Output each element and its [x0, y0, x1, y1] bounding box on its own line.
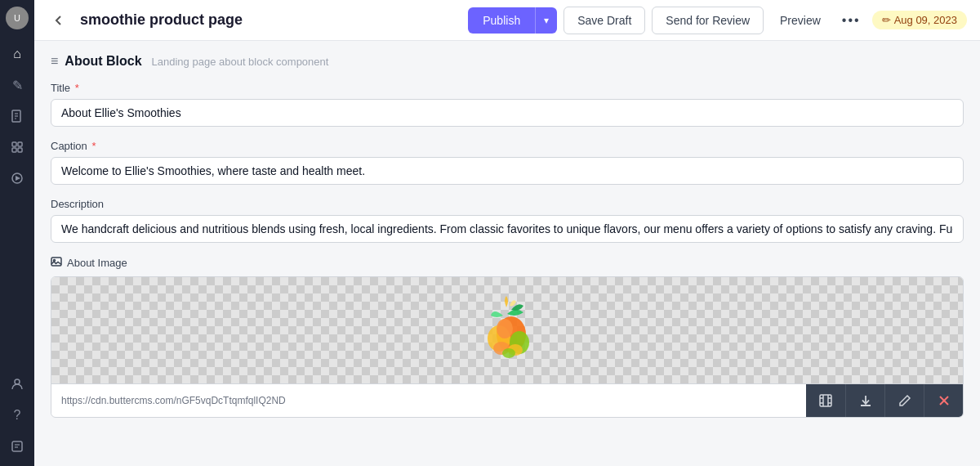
image-remove-button[interactable] [924, 384, 963, 417]
block-icon: ≡ [51, 54, 58, 69]
sidebar-icon-blog[interactable]: ✎ [4, 72, 30, 98]
svg-point-10 [15, 379, 20, 384]
title-label: Title * [51, 82, 964, 94]
publish-button[interactable]: Publish [468, 7, 535, 34]
publish-group: Publish ▾ [468, 7, 557, 34]
caption-required: * [89, 140, 96, 152]
svg-rect-4 [12, 142, 16, 146]
content-area: ≡ About Block Landing page about block c… [34, 41, 980, 466]
image-container [51, 276, 964, 418]
image-section-label: About Image [51, 256, 964, 270]
description-input[interactable] [51, 215, 964, 243]
send-review-button[interactable]: Send for Review [652, 7, 764, 34]
svg-rect-6 [12, 148, 16, 152]
title-field-group: Title * [51, 82, 964, 127]
publish-dropdown-button[interactable]: ▾ [535, 7, 557, 34]
main-area: smoothie product page Publish ▾ Save Dra… [34, 0, 980, 466]
svg-marker-9 [16, 176, 20, 181]
image-view-button[interactable] [806, 384, 845, 417]
sidebar-icon-home[interactable]: ⌂ [4, 41, 30, 67]
edit-icon: ✏ [882, 14, 891, 26]
back-button[interactable] [47, 9, 70, 32]
save-draft-button[interactable]: Save Draft [564, 7, 645, 34]
svg-rect-14 [51, 258, 61, 266]
sidebar-icon-media[interactable] [4, 165, 30, 191]
svg-rect-11 [12, 441, 22, 451]
date-label: Aug 09, 2023 [894, 14, 957, 26]
preview-button[interactable]: Preview [770, 7, 831, 34]
caption-field-group: Caption * [51, 140, 964, 185]
sidebar-icon-profile[interactable] [4, 433, 30, 459]
more-options-button[interactable]: ••• [837, 7, 866, 34]
image-actions [806, 384, 963, 417]
header: smoothie product page Publish ▾ Save Dra… [34, 0, 980, 41]
date-badge: ✏ Aug 09, 2023 [872, 11, 967, 29]
image-url-bar [51, 383, 963, 417]
image-icon [51, 256, 62, 270]
sidebar-icon-pages[interactable] [4, 103, 30, 129]
block-subtitle: Landing page about block component [152, 56, 329, 68]
sidebar-icon-help[interactable]: ? [4, 402, 30, 428]
sidebar: U ⌂ ✎ ? [0, 0, 34, 466]
svg-rect-5 [18, 142, 22, 146]
caption-label: Caption * [51, 140, 964, 152]
image-download-button[interactable] [845, 384, 884, 417]
svg-point-22 [502, 348, 515, 358]
caption-input[interactable] [51, 157, 964, 185]
image-preview [51, 277, 963, 383]
image-edit-button[interactable] [884, 384, 924, 417]
svg-point-19 [497, 319, 513, 338]
page-title: smoothie product page [80, 11, 458, 29]
description-field-group: Description [51, 198, 964, 243]
svg-rect-7 [18, 148, 22, 152]
block-header: ≡ About Block Landing page about block c… [51, 54, 964, 69]
description-label: Description [51, 198, 964, 210]
sidebar-icon-users[interactable] [4, 371, 30, 397]
sidebar-icon-components[interactable] [4, 134, 30, 160]
title-required: * [72, 82, 79, 94]
svg-rect-23 [820, 395, 831, 406]
image-field-group: About Image [51, 256, 964, 418]
smoothie-illustration [470, 289, 544, 371]
title-input[interactable] [51, 99, 964, 127]
avatar[interactable]: U [6, 7, 29, 29]
header-actions: Publish ▾ Save Draft Send for Review Pre… [468, 7, 967, 34]
block-title: About Block [65, 54, 141, 69]
image-url-input[interactable] [51, 387, 806, 414]
